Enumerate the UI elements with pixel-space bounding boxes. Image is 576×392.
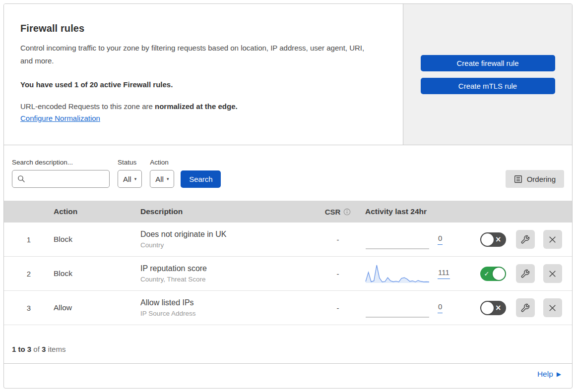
delete-rule-button[interactable] (543, 298, 562, 317)
toggle-knob (493, 268, 505, 280)
rule-csr: - (316, 235, 360, 244)
activity-count-link[interactable]: 0 (438, 302, 443, 313)
rule-toggle-cell: ✓ × (474, 267, 512, 281)
status-filter-group: Status All ▾ (118, 159, 142, 188)
x-icon: × (495, 304, 502, 312)
pagination-text: 1 to 3 of 3 items (12, 345, 65, 353)
rule-edit-cell (512, 230, 539, 249)
rule-index: 3 (4, 304, 54, 312)
rule-action: Block (54, 269, 140, 278)
rule-csr: - (316, 270, 360, 278)
table-row: 1 Block Does not originate in UK Country… (4, 223, 572, 257)
rule-enabled-toggle[interactable]: ✓ × (480, 232, 506, 247)
header-activity: Activity last 24hr (360, 207, 474, 216)
status-select[interactable]: All ▾ (118, 170, 142, 188)
close-icon (548, 270, 557, 278)
check-icon: ✓ (484, 271, 490, 277)
action-filter-group: Action All ▾ (150, 159, 174, 188)
search-icon (17, 175, 25, 183)
wrench-icon (520, 303, 530, 313)
rule-toggle-cell: ✓ × (474, 232, 512, 247)
pagination-range: 1 to 3 (12, 345, 31, 353)
status-select-value: All (123, 175, 131, 183)
close-icon (548, 235, 557, 244)
edit-rule-button[interactable] (516, 264, 535, 283)
ordering-button[interactable]: Ordering (506, 170, 564, 188)
header-csr-label: CSR (325, 208, 341, 216)
create-mtls-rule-button[interactable]: Create mTLS rule (421, 78, 555, 94)
toggle-knob (481, 233, 494, 246)
rule-enabled-toggle[interactable]: ✓ × (480, 301, 506, 315)
header-description: Description (140, 207, 316, 216)
rule-fields: IP Source Address (140, 310, 316, 317)
x-icon: × (495, 236, 502, 243)
rule-enabled-toggle[interactable]: ✓ × (480, 267, 506, 281)
search-label: Search description... (12, 159, 110, 166)
rule-delete-cell (539, 230, 566, 249)
table-row: 2 Block IP reputation score Country, Thr… (4, 257, 572, 291)
rule-edit-cell (512, 264, 539, 283)
actions-panel: Create firewall rule Create mTLS rule (403, 4, 572, 145)
pagination-of: of (33, 345, 40, 353)
delete-rule-button[interactable] (543, 264, 562, 283)
search-group: Search description... (12, 159, 110, 188)
intro-description: Control incoming traffic to your zone by… (20, 42, 373, 68)
firewall-rules-panel: Firewall rules Control incoming traffic … (3, 3, 573, 389)
rule-description: Does not originate in UK (140, 230, 316, 239)
configure-normalization-link[interactable]: Configure Normalization (20, 114, 100, 122)
rule-activity-cell: 111 (360, 263, 474, 284)
action-select-value: All (155, 175, 164, 183)
table-header: Action Description CSR Activity last 24h… (4, 201, 572, 223)
normalization-note: URL-encoded Requests to this zone are no… (20, 102, 373, 111)
activity-sparkline (365, 297, 430, 319)
edit-rule-button[interactable] (516, 230, 535, 249)
rule-description-cell: Does not originate in UK Country (140, 230, 316, 249)
wrench-icon (520, 235, 530, 244)
activity-count-link[interactable]: 111 (438, 268, 450, 279)
header-action: Action (54, 207, 140, 216)
rule-activity-cell: 0 (360, 297, 474, 319)
help-bar: Help ▶ (4, 364, 572, 385)
rule-edit-cell (512, 298, 539, 317)
action-select[interactable]: All ▾ (150, 170, 174, 188)
rule-description-cell: Allow listed IPs IP Source Address (140, 298, 316, 317)
create-firewall-rule-button[interactable]: Create firewall rule (421, 55, 555, 71)
rule-csr: - (316, 304, 360, 312)
chevron-down-icon: ▾ (134, 176, 137, 181)
rule-action: Allow (54, 303, 140, 312)
action-label: Action (150, 159, 174, 166)
rule-description-cell: IP reputation score Country, Threat Scor… (140, 264, 316, 283)
normalization-text: URL-encoded Requests to this zone are (20, 102, 155, 111)
rule-delete-cell (539, 298, 566, 317)
ordering-list-icon (514, 175, 522, 183)
activity-sparkline (365, 228, 430, 250)
search-input-box[interactable] (12, 170, 110, 188)
pagination-total: 3 (42, 345, 46, 353)
table-row: 3 Allow Allow listed IPs IP Source Addre… (4, 291, 572, 325)
activity-sparkline (365, 263, 430, 284)
rule-description: Allow listed IPs (140, 298, 316, 307)
pagination-summary: 1 to 3 of 3 items (4, 325, 572, 364)
info-icon[interactable] (343, 208, 351, 216)
activity-count-link[interactable]: 0 (438, 234, 443, 245)
toggle-knob (481, 302, 494, 314)
normalization-bold: normalized at the edge. (155, 102, 238, 111)
top-section: Firewall rules Control incoming traffic … (4, 4, 572, 145)
filter-bar: Search description... Status All ▾ Actio… (4, 145, 572, 201)
status-label: Status (118, 159, 142, 166)
ordering-button-label: Ordering (527, 175, 556, 183)
help-link[interactable]: Help ▶ (537, 370, 561, 379)
usage-note: You have used 1 of 20 active Firewall ru… (20, 80, 373, 89)
edit-rule-button[interactable] (516, 298, 535, 317)
delete-rule-button[interactable] (543, 230, 562, 249)
chevron-down-icon: ▾ (167, 176, 169, 181)
rule-description: IP reputation score (140, 264, 316, 273)
page-title: Firewall rules (20, 23, 373, 34)
rule-index: 1 (4, 235, 54, 244)
search-button[interactable]: Search (181, 170, 221, 188)
close-icon (548, 304, 557, 312)
arrow-right-icon: ▶ (557, 371, 561, 377)
rule-index: 2 (4, 270, 54, 278)
rule-action: Block (54, 235, 140, 244)
search-input[interactable] (29, 174, 104, 183)
